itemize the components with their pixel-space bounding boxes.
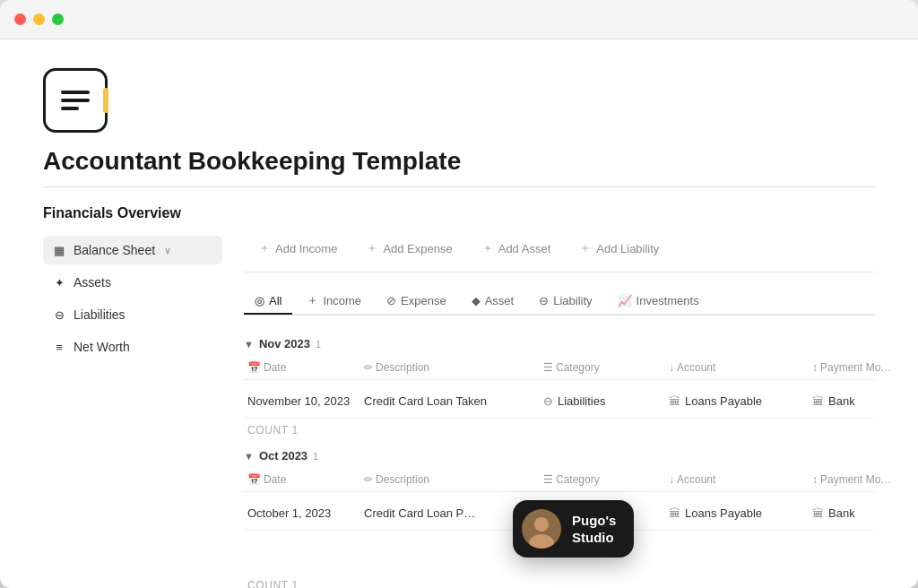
sidebar-item-balance-sheet[interactable]: ▦ Balance Sheet ∨ [43,236,222,264]
traffic-lights [14,13,64,25]
title-divider [43,186,875,187]
tab-asset[interactable]: ◆ Asset [461,289,525,315]
svg-point-3 [522,509,561,549]
section-label: Financials Overview [43,205,875,221]
add-expense-label: Add Expense [383,242,452,255]
group-nov-chevron: ▼ [244,339,254,350]
add-income-button[interactable]: ＋ Add Income [244,236,351,261]
tooltip-name-line1: Pugo's [572,512,616,530]
pay-oct-label: Payment Mo… [820,473,891,486]
sidebar-item-liabilities[interactable]: ⊖ Liabilities [43,300,222,329]
logo-line-3 [61,107,79,110]
sidebar-item-balance-sheet-label: Balance Sheet [74,243,155,257]
sidebar-item-net-worth[interactable]: ≡ Net Worth [43,333,222,361]
logo-line-2 [61,99,90,102]
count-row-nov: COUNT 1 [244,419,875,442]
tab-asset-label: Asset [485,294,515,307]
logo-line-1 [61,91,90,94]
tooltip-avatar [522,509,561,549]
app-logo [43,68,108,133]
add-liability-button[interactable]: ＋ Add Liability [565,236,673,261]
sidebar-item-net-worth-label: Net Worth [74,340,130,354]
tab-liability-label: Liability [553,294,592,307]
add-asset-icon: ＋ [481,240,494,256]
all-tab-icon: ◎ [255,294,264,307]
tab-all-label: All [269,294,281,307]
sidebar-item-assets-label: Assets [74,275,111,290]
close-button[interactable] [14,13,26,25]
desc-oct-icon: ✏ [364,473,373,486]
logo-area [43,68,875,133]
count-row-oct: COUNT 1 [244,574,875,588]
sidebar: ▦ Balance Sheet ∨ ✦ Assets ⊖ Liabilities… [43,236,222,588]
toolbar: ＋ Add Income ＋ Add Expense ＋ Add Asset ＋… [244,236,875,272]
desc-oct-label: Description [376,473,429,486]
pay-icon-oct1: 🏛 [812,506,824,520]
assets-icon: ✦ [52,275,66,290]
cat-oct-label: Category [556,473,600,486]
tooltip-overlay: Pugo's Studio [513,500,634,558]
income-tab-icon: ＋ [307,292,318,308]
sidebar-item-assets[interactable]: ✦ Assets [43,268,222,297]
filter-tabs: ◎ All ＋ Income ⊘ Expense ◆ Asset [244,287,875,316]
add-asset-button[interactable]: ＋ Add Asset [467,236,566,261]
table-header-oct: 📅 Date ✏ Description ☰ Category ↓ Accoun… [244,468,875,492]
add-liability-icon: ＋ [579,240,592,256]
cat-col-label: Category [556,361,600,374]
cell-pay-nov1: 🏛 Bank [809,393,918,410]
tab-investments-label: Investments [637,294,699,307]
group-nov-2023[interactable]: ▼ Nov 2023 1 [244,330,875,356]
tab-liability[interactable]: ⊖ Liability [528,289,602,315]
desc-col-label: Description [376,361,429,374]
date-col-icon: 📅 [247,361,261,374]
group-oct-2023[interactable]: ▼ Oct 2023 1 [244,442,875,468]
maximize-button[interactable] [52,13,64,25]
tab-expense[interactable]: ⊘ Expense [376,289,457,315]
pay-oct-icon: ↕ [812,473,818,486]
cell-cat-nov1: ⊖ Liabilities [540,393,665,410]
logo-accent [103,88,108,113]
oct-row-container: October 1, 2023 Credit Card Loan P… ⊖ Li… [244,496,875,531]
chevron-icon: ∨ [164,245,171,256]
pay-value-oct1: Bank [828,506,855,520]
minimize-button[interactable] [33,13,45,25]
tab-all[interactable]: ◎ All [244,289,292,315]
pay-col-icon: ↕ [812,361,818,374]
titlebar [0,0,918,39]
col-pay-nov[interactable]: ↕ Payment Mo… [809,359,918,376]
tab-income-label: Income [323,294,361,307]
col-date-oct[interactable]: 📅 Date [244,471,360,488]
tab-investments[interactable]: 📈 Investments [607,289,710,315]
tooltip-name-line2: Studio [572,529,616,547]
col-desc-oct[interactable]: ✏ Description [360,471,540,488]
col-acc-nov[interactable]: ↓ Account [665,359,809,376]
pay-col-label: Payment Mo… [820,361,891,374]
col-desc-nov[interactable]: ✏ Description [360,359,540,376]
cat-icon-nov1: ⊖ [543,394,553,408]
acc-value-nov1: Loans Payable [685,394,762,408]
main-content-area: ＋ Add Income ＋ Add Expense ＋ Add Asset ＋… [244,236,875,588]
col-acc-oct[interactable]: ↓ Account [665,471,809,488]
cell-date-nov1: November 10, 2023 [244,393,360,410]
add-expense-button[interactable]: ＋ Add Expense [351,236,466,261]
net-worth-icon: ≡ [52,340,66,354]
add-income-icon: ＋ [258,240,271,256]
acc-oct-label: Account [677,473,715,486]
app-window: Accountant Bookkeeping Template Financia… [0,0,918,588]
col-cat-oct[interactable]: ☰ Category [540,471,665,488]
tab-expense-label: Expense [401,294,446,307]
col-cat-nov[interactable]: ☰ Category [540,359,665,376]
col-pay-oct[interactable]: ↕ Payment Mo… [809,471,918,488]
page-content: Accountant Bookkeeping Template Financia… [0,39,918,588]
liability-tab-icon: ⊖ [539,294,549,307]
cell-date-oct1: October 1, 2023 [244,505,360,522]
acc-col-icon: ↓ [669,361,674,374]
date-value-oct1: October 1, 2023 [247,506,331,520]
expense-tab-icon: ⊘ [386,294,396,307]
col-date-nov[interactable]: 📅 Date [244,359,360,376]
add-asset-label: Add Asset [498,242,551,255]
acc-value-oct1: Loans Payable [685,506,762,520]
table-row[interactable]: November 10, 2023 Credit Card Loan Taken… [244,384,875,419]
tab-income[interactable]: ＋ Income [296,287,372,316]
sidebar-item-liabilities-label: Liabilities [74,307,126,322]
